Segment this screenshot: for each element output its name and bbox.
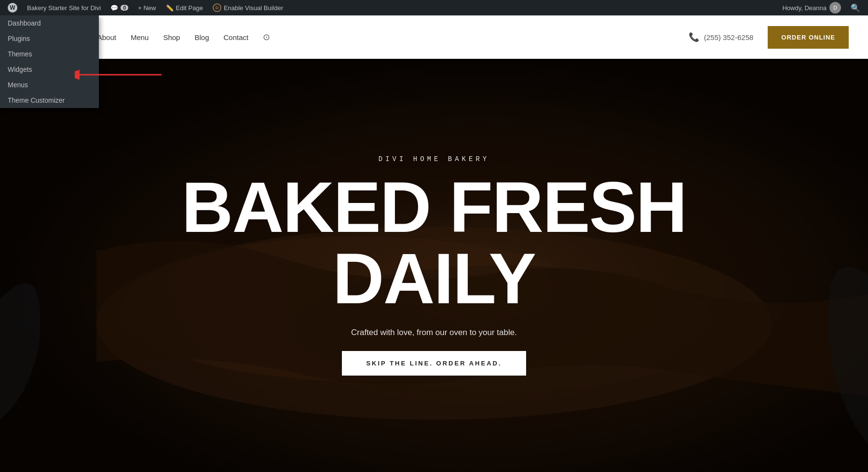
hero-subtext: Crafted with love, from our oven to your… <box>351 328 517 337</box>
header-right: 📞 (255) 352-6258 ORDER ONLINE <box>689 26 849 49</box>
hero-headline-line1: BAKED FRESH <box>182 172 687 243</box>
arrow-annotation <box>75 65 171 84</box>
hero-section: DIVI HOME BAKERY BAKED FRESH DAILY Craft… <box>0 59 868 472</box>
phone-section: 📞 (255) 352-6258 <box>689 32 754 42</box>
divi-builder-item[interactable]: D Enable Visual Builder <box>208 0 288 15</box>
nav-search-icon[interactable]: ⊙ <box>263 32 270 42</box>
site-header: D Home About Menu Shop Blog Contact ⊙ 📞 … <box>0 15 868 59</box>
admin-search-icon[interactable]: 🔍 <box>846 3 865 13</box>
new-label: + New <box>138 4 156 12</box>
hero-headline-line2: DAILY <box>182 243 687 314</box>
edit-page-label: Edit Page <box>176 4 203 12</box>
dropdown-item-themes[interactable]: Themes <box>0 46 99 62</box>
admin-bar-right: Howdy, Deanna D 🔍 <box>777 0 865 15</box>
dropdown-item-theme-customizer[interactable]: Theme Customizer <box>0 93 99 108</box>
site-name-item[interactable]: Bakery Starter Site for Divi <box>22 0 106 15</box>
hero-content: DIVI HOME BAKERY BAKED FRESH DAILY Craft… <box>182 155 687 376</box>
site-nav: Home About Menu Shop Blog Contact ⊙ <box>63 32 689 42</box>
howdy-text: Howdy, Deanna <box>782 4 827 12</box>
dropdown-item-dashboard[interactable]: Dashboard <box>0 15 99 31</box>
divi-icon: D <box>213 3 221 12</box>
nav-contact[interactable]: Contact <box>224 33 249 41</box>
phone-icon: 📞 <box>689 32 699 42</box>
new-item[interactable]: + New <box>133 0 161 15</box>
site-name-label: Bakery Starter Site for Divi <box>27 4 101 12</box>
dropdown-item-plugins[interactable]: Plugins <box>0 31 99 46</box>
edit-page-item[interactable]: ✏️ Edit Page <box>161 0 208 15</box>
annotation-arrow <box>75 65 171 84</box>
nav-menu[interactable]: Menu <box>131 33 149 41</box>
wp-logo-icon: W <box>8 3 17 13</box>
hero-headline: BAKED FRESH DAILY <box>182 172 687 314</box>
hero-eyebrow: DIVI HOME BAKERY <box>379 155 489 163</box>
comment-count: 0 <box>121 5 128 11</box>
nav-blog[interactable]: Blog <box>194 33 209 41</box>
comment-icon: 💬 <box>110 4 118 12</box>
nav-shop[interactable]: Shop <box>163 33 180 41</box>
admin-bar: W Bakery Starter Site for Divi 💬 0 + New… <box>0 0 868 15</box>
divi-label: Enable Visual Builder <box>224 4 283 12</box>
wp-logo-item[interactable]: W <box>3 0 22 15</box>
comments-item[interactable]: 💬 0 <box>106 0 133 15</box>
user-avatar: D <box>829 2 841 13</box>
hero-cta-button[interactable]: SKIP THE LINE. ORDER AHEAD. <box>342 351 526 376</box>
edit-icon: ✏️ <box>166 4 174 12</box>
admin-dropdown-menu: Dashboard Plugins Themes Widgets Menus T… <box>0 15 99 108</box>
nav-about[interactable]: About <box>97 33 116 41</box>
howdy-item[interactable]: Howdy, Deanna D <box>777 0 846 15</box>
phone-number: (255) 352-6258 <box>704 33 754 41</box>
order-online-button[interactable]: ORDER ONLINE <box>768 26 849 49</box>
